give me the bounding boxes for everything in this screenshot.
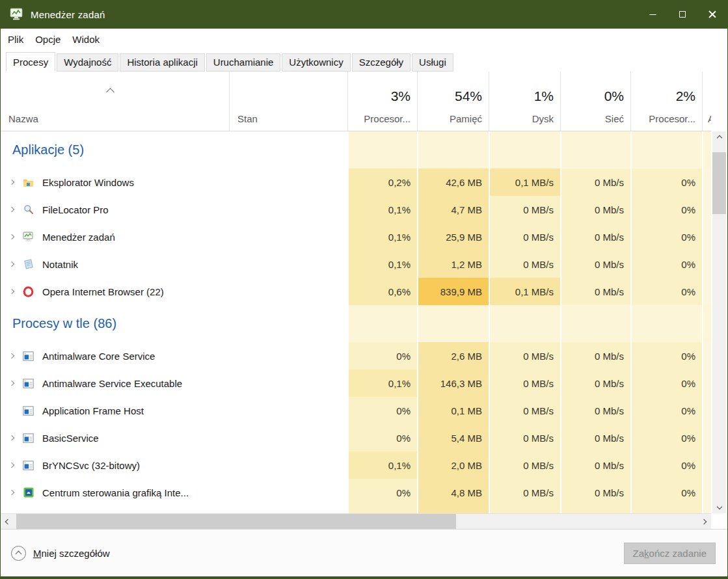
process-row[interactable]: Opera Internet Browser (22)0,6%839,9 MB0… xyxy=(1,278,711,305)
tab-wydajnosc[interactable]: Wydajność xyxy=(57,53,118,72)
cell-mem xyxy=(417,305,489,342)
process-row[interactable]: Menedżer zadań0,1%25,9 MB0 MB/s0 Mb/s0% xyxy=(1,223,711,250)
cell-mem: 42,6 MB xyxy=(417,168,489,196)
column-label-disk: Dysk xyxy=(532,113,554,124)
task-manager-icon xyxy=(23,232,34,243)
process-name: BasicService xyxy=(42,433,99,444)
cell-gpu xyxy=(630,506,702,513)
expand-chevron-icon[interactable] xyxy=(10,290,23,293)
cell-gpu: 0% xyxy=(630,479,702,506)
group-row-aplikacje[interactable]: Aplikacje (5) xyxy=(1,131,711,168)
cell-mem: 2,0 MB xyxy=(417,451,489,479)
expand-chevron-icon[interactable] xyxy=(10,463,23,467)
tab-procesy[interactable]: Procesy xyxy=(6,52,55,72)
menu-item-opcje[interactable]: Opcje xyxy=(29,30,66,49)
tab-uzytkownicy[interactable]: Użytkownicy xyxy=(282,53,350,72)
cell-cpu: 0% xyxy=(347,479,417,506)
chevron-up-circle-icon xyxy=(11,546,26,561)
process-row[interactable]: BrYNCSvc (32-bitowy)0,1%2,0 MB0 MB/s0 Mb… xyxy=(1,451,711,479)
tab-uslugi[interactable]: Usługi xyxy=(412,53,453,72)
close-icon xyxy=(708,10,716,18)
process-name-cell: FileLocator Pro xyxy=(1,196,229,223)
cell-mem: 4,7 MB xyxy=(417,196,489,223)
cell-cpu: 0,1% xyxy=(347,196,417,223)
process-row[interactable]: Antimalware Service Executable0,1%146,3 … xyxy=(1,370,711,397)
cell-apa xyxy=(702,131,711,168)
process-row[interactable] xyxy=(1,506,711,513)
cell-disk: 0 MB/s xyxy=(489,424,560,451)
stan-cell xyxy=(229,451,347,479)
cell-gpu: 0% xyxy=(630,250,702,278)
stan-cell xyxy=(229,424,347,451)
cell-gpu: 0% xyxy=(630,168,702,196)
expand-chevron-icon[interactable] xyxy=(10,180,23,184)
tab-uruchamianie[interactable]: Uruchamianie xyxy=(206,53,281,72)
minimize-button[interactable] xyxy=(638,0,667,29)
process-name: Antimalware Service Executable xyxy=(42,378,182,389)
vertical-scrollbar[interactable] xyxy=(712,131,726,513)
end-task-button[interactable]: Zakończ zadanie xyxy=(624,543,716,564)
menu-item-plik[interactable]: Plik xyxy=(2,30,29,49)
column-header-net[interactable]: 0%Sieć xyxy=(560,72,630,131)
close-button[interactable] xyxy=(697,0,727,29)
column-header-name[interactable]: Nazwa xyxy=(1,72,229,131)
stan-cell xyxy=(229,278,347,305)
column-header-apa[interactable]: Apa xyxy=(702,72,711,131)
stan-cell xyxy=(229,342,347,370)
process-row[interactable]: Notatnik0,1%1,2 MB0 MB/s0 Mb/s0% xyxy=(1,250,711,278)
sort-ascending-icon xyxy=(107,86,113,98)
column-header-gpu[interactable]: 2%Procesor... xyxy=(630,72,702,131)
process-row[interactable]: Centrum sterowania grafiką Inte...0%4,8 … xyxy=(1,479,711,506)
tab-historia-aplikacji[interactable]: Historia aplikacji xyxy=(120,53,204,72)
expand-chevron-icon[interactable] xyxy=(10,491,23,494)
expand-chevron-icon[interactable] xyxy=(10,235,23,239)
intel-icon xyxy=(23,487,34,498)
cell-cpu xyxy=(347,305,417,342)
scroll-up-arrow-icon[interactable] xyxy=(712,131,726,144)
process-row[interactable]: Antimalware Core Service0%2,6 MB0 MB/s0 … xyxy=(1,342,711,370)
horizontal-scrollbar-thumb[interactable] xyxy=(16,514,456,529)
scroll-right-arrow-icon[interactable] xyxy=(697,514,711,529)
column-usage-mem: 54% xyxy=(455,88,482,104)
cell-disk: 0,1 MB/s xyxy=(489,168,560,196)
cell-disk: 0 MB/s xyxy=(489,250,560,278)
column-label-stan: Stan xyxy=(237,113,258,124)
column-header-mem[interactable]: 54%Pamięć xyxy=(417,72,489,131)
window-icon xyxy=(23,460,34,471)
expand-chevron-icon[interactable] xyxy=(10,262,23,266)
window-icon xyxy=(23,405,34,416)
cell-net: 0 Mb/s xyxy=(560,397,630,424)
cell-net: 0 Mb/s xyxy=(560,370,630,397)
column-header-cpu[interactable]: 3%Procesor... xyxy=(347,72,417,131)
horizontal-scrollbar[interactable] xyxy=(1,513,711,529)
expand-chevron-icon[interactable] xyxy=(10,436,23,440)
process-table: NazwaStan3%Procesor...54%Pamięć1%Dysk0%S… xyxy=(1,72,727,529)
expand-chevron-icon[interactable] xyxy=(10,381,23,385)
process-name-cell: Notatnik xyxy=(1,250,229,278)
expand-chevron-icon[interactable] xyxy=(10,208,23,211)
scrollbar-column xyxy=(711,72,727,529)
column-header-stan[interactable]: Stan xyxy=(229,72,347,131)
tab-szczegoly[interactable]: Szczegóły xyxy=(352,53,411,72)
process-row[interactable]: FileLocator Pro0,1%4,7 MB0 MB/s0 Mb/s0% xyxy=(1,196,711,223)
process-row[interactable]: BasicService0%5,4 MB0 MB/s0 Mb/s0% xyxy=(1,424,711,451)
process-name-cell: Opera Internet Browser (22) xyxy=(1,278,229,305)
cell-disk: 0 MB/s xyxy=(489,370,560,397)
stan-cell xyxy=(229,479,347,506)
maximize-button[interactable] xyxy=(667,0,697,29)
expand-chevron-icon[interactable] xyxy=(10,354,23,358)
process-name: Application Frame Host xyxy=(42,405,144,416)
scroll-down-arrow-icon[interactable] xyxy=(712,500,726,513)
scroll-left-arrow-icon[interactable] xyxy=(1,514,15,529)
menu-item-widok[interactable]: Widok xyxy=(66,30,105,49)
group-row-procesy-w-tle[interactable]: Procesy w tle (86) xyxy=(1,305,711,342)
cell-mem: 4,8 MB xyxy=(417,479,489,506)
process-row[interactable]: Application Frame Host0%0,1 MB0 MB/s0 Mb… xyxy=(1,397,711,424)
vertical-scrollbar-thumb[interactable] xyxy=(712,152,726,214)
cell-gpu: 0% xyxy=(630,223,702,250)
fewer-details-toggle[interactable]: Mniej szczegółów xyxy=(11,546,110,561)
stan-cell xyxy=(229,196,347,223)
process-row[interactable]: Eksplorator Windows0,2%42,6 MB0,1 MB/s0 … xyxy=(1,168,711,196)
cell-disk: 0 MB/s xyxy=(489,451,560,479)
column-header-disk[interactable]: 1%Dysk xyxy=(489,72,560,131)
